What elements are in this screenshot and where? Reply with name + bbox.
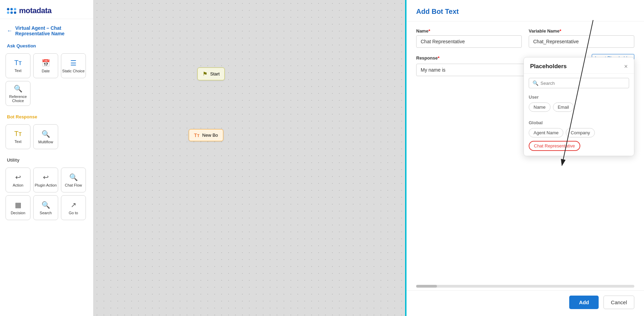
plugin-action-item[interactable]: ↩ Plugin Action <box>33 168 58 192</box>
decision-icon: ▦ <box>15 201 21 209</box>
company-tag[interactable]: Company <box>566 128 595 137</box>
response-label: Response* <box>416 55 439 61</box>
add-button[interactable]: Add <box>569 296 599 309</box>
ask-date-item[interactable]: 📅 Date <box>33 53 58 78</box>
variable-name-label: Variable Name* <box>529 28 634 34</box>
name-label: Name* <box>416 28 522 34</box>
reference-choice-item[interactable]: 🔍 Reference Choice <box>6 81 30 106</box>
logo-dot <box>7 11 9 14</box>
chat-flow-item[interactable]: 🔍 Chat Flow <box>61 168 86 192</box>
search-icon: 🔍 <box>42 201 50 209</box>
user-tags-row: Name Email <box>529 102 629 112</box>
variable-name-input[interactable] <box>529 35 634 48</box>
static-choice-item[interactable]: ☰ Static Choice <box>61 53 86 78</box>
variable-required: * <box>560 28 561 34</box>
cancel-button[interactable]: Cancel <box>603 296 634 309</box>
response-required: * <box>438 55 439 61</box>
chat-representative-tag[interactable]: Chat Representative <box>529 141 580 151</box>
bot-response-header: Bot Response <box>0 111 93 121</box>
modal-panel: Add Bot Text Name* Variable Name* <box>405 0 644 316</box>
ask-text-item[interactable]: Tт Text <box>6 53 30 78</box>
popup-search-area: 🔍 <box>524 74 634 91</box>
main-canvas[interactable]: ⚑ Start Tт New Bo <box>93 0 405 316</box>
static-choice-icon: ☰ <box>70 59 77 67</box>
name-group: Name* <box>416 28 522 48</box>
modal-footer: Add Cancel <box>406 290 644 316</box>
bot-text-label: Text <box>15 139 21 144</box>
popup-header: Placeholders × <box>524 57 634 74</box>
start-flag-icon: ⚑ <box>203 71 207 77</box>
bot-response-grid: Tт Text 🔍 Multiflow <box>0 121 93 154</box>
start-node-label: Start <box>210 71 220 76</box>
start-node[interactable]: ⚑ Start <box>197 67 225 80</box>
email-tag[interactable]: Email <box>553 102 574 112</box>
bot-text-item[interactable]: Tт Text <box>6 124 30 149</box>
global-tags-row: Agent Name Company <box>529 128 629 137</box>
back-nav[interactable]: ← Virtual Agent – Chat Representative Na… <box>0 19 93 40</box>
user-section-title: User <box>529 94 629 100</box>
close-icon[interactable]: × <box>624 63 628 70</box>
logo-dot <box>10 11 13 14</box>
ask-date-label: Date <box>42 69 50 73</box>
right-overlay: Add Bot Text Name* Variable Name* <box>405 0 644 316</box>
chat-flow-label: Chat Flow <box>65 183 82 187</box>
name-tag[interactable]: Name <box>529 102 551 112</box>
global-section: Global Agent Name Company Chat Represent… <box>524 117 634 156</box>
action-item[interactable]: ↩ Action <box>6 168 30 192</box>
multiflow-label: Multiflow <box>38 140 53 144</box>
name-variable-row: Name* Variable Name* <box>416 28 634 48</box>
user-section: User Name Email <box>524 91 634 117</box>
reference-choice-icon: 🔍 <box>14 84 23 93</box>
logo-dots <box>7 8 16 14</box>
modal-header: Add Bot Text <box>406 0 644 21</box>
search-magnifier-icon: 🔍 <box>533 80 538 86</box>
back-nav-label: Virtual Agent – Chat Representative Name <box>15 25 86 36</box>
reference-choice-label: Reference Choice <box>6 94 30 103</box>
left-panel: motadata ← Virtual Agent – Chat Represen… <box>0 0 93 316</box>
text-node[interactable]: Tт New Bo <box>189 129 223 141</box>
bot-text-icon: Tт <box>14 130 21 138</box>
search-label: Search <box>40 211 52 215</box>
logo-dot <box>14 11 16 14</box>
agent-name-tag[interactable]: Agent Name <box>529 128 563 137</box>
name-input[interactable] <box>416 35 522 48</box>
ask-question-header: Ask Question <box>0 40 93 51</box>
global-section-title: Global <box>529 120 629 125</box>
search-box: 🔍 <box>529 78 629 88</box>
ask-question-grid: Tт Text 📅 Date ☰ Static Choice 🔍 Referen… <box>0 51 93 111</box>
placeholder-search-input[interactable] <box>540 81 625 86</box>
modal-title: Add Bot Text <box>416 8 459 15</box>
action-icon: ↩ <box>15 173 21 181</box>
logo-text: motadata <box>19 6 52 15</box>
logo-dot <box>14 8 16 10</box>
logo-dot <box>7 8 9 10</box>
canvas-dimmer <box>93 0 405 316</box>
ask-text-label: Text <box>15 69 21 73</box>
back-arrow-icon: ← <box>7 28 12 34</box>
search-item[interactable]: 🔍 Search <box>33 195 58 220</box>
goto-label: Go to <box>69 211 78 215</box>
scrollbar <box>416 285 634 288</box>
modal-body: Name* Variable Name* Response* Insert <box>406 21 644 285</box>
multiflow-item[interactable]: 🔍 Multiflow <box>33 124 58 149</box>
goto-item[interactable]: ↗ Go to <box>61 195 86 220</box>
placeholders-popup: Placeholders × 🔍 User Name Email <box>524 57 634 156</box>
decision-item[interactable]: ▦ Decision <box>6 195 30 220</box>
action-label: Action <box>13 183 24 187</box>
text-node-label: New Bo <box>202 133 218 138</box>
logo-dot <box>10 8 13 10</box>
static-choice-label: Static Choice <box>62 69 85 73</box>
scrollbar-thumb <box>416 285 437 288</box>
text-node-icon: Tт <box>194 132 199 138</box>
logo: motadata <box>7 6 86 15</box>
variable-name-group: Variable Name* <box>529 28 634 48</box>
name-required: * <box>428 28 430 34</box>
utility-header: Utility <box>0 154 93 165</box>
plugin-action-label: Plugin Action <box>35 183 57 187</box>
text-icon: Tт <box>14 59 21 67</box>
chat-flow-icon: 🔍 <box>69 173 78 181</box>
chat-rep-tags-row: Chat Representative <box>529 141 629 151</box>
plugin-action-icon: ↩ <box>43 173 49 181</box>
decision-label: Decision <box>11 211 25 215</box>
utility-grid: ↩ Action ↩ Plugin Action 🔍 Chat Flow ▦ D… <box>0 165 93 225</box>
